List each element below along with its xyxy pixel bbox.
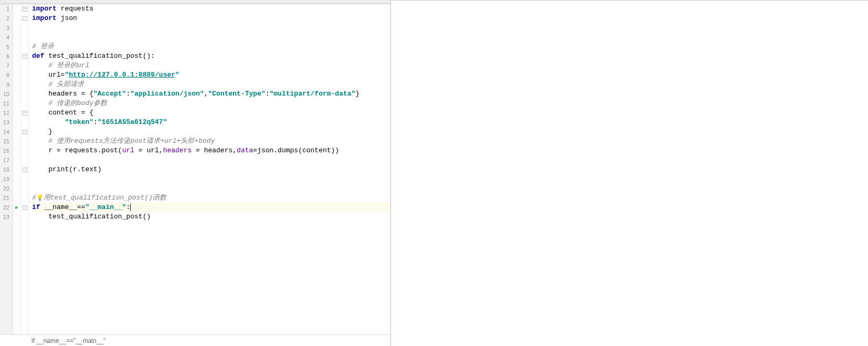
code-line[interactable]: content = {	[32, 108, 390, 118]
annotation-cell[interactable]	[13, 51, 20, 61]
fold-cell[interactable]	[21, 155, 28, 165]
line-number[interactable]: 20	[0, 184, 9, 193]
annotation-cell[interactable]	[13, 184, 20, 193]
fold-cell[interactable]	[21, 23, 28, 33]
annotation-cell[interactable]	[13, 80, 20, 89]
code-line[interactable]: url="http://127.0.0.1:8889/user"	[32, 70, 390, 80]
code-area[interactable]: 1234567891011121314151617181920212223 ▶ …	[0, 4, 390, 334]
code-line[interactable]: # 登录的url	[32, 61, 390, 70]
annotation-cell[interactable]	[13, 42, 20, 51]
fold-cell[interactable]	[21, 193, 28, 203]
fold-cell[interactable]	[21, 184, 28, 193]
line-number[interactable]: 21	[0, 193, 9, 203]
line-number[interactable]: 4	[0, 33, 9, 42]
fold-cell[interactable]	[21, 99, 28, 108]
code-line[interactable]: test_qualification_post()	[32, 212, 390, 222]
annotation-cell[interactable]	[13, 155, 20, 165]
line-number[interactable]: 6	[0, 51, 9, 61]
code-line[interactable]: headers = {"Accept":"application/json","…	[32, 89, 390, 99]
code-line[interactable]	[32, 23, 390, 33]
fold-toggle-icon[interactable]: −	[21, 4, 28, 14]
fold-toggle-icon[interactable]: −	[21, 108, 28, 118]
line-number[interactable]: 22	[0, 203, 9, 212]
annotation-cell[interactable]	[13, 108, 20, 118]
line-number[interactable]: 17	[0, 155, 9, 165]
annotation-cell[interactable]	[13, 127, 20, 137]
code-line[interactable]	[32, 184, 390, 193]
line-number[interactable]: 16	[0, 146, 9, 155]
line-number[interactable]: 10	[0, 89, 9, 99]
fold-toggle-icon[interactable]: −	[21, 127, 28, 137]
annotation-cell[interactable]	[13, 118, 20, 127]
code-line[interactable]: }	[32, 127, 390, 137]
fold-cell[interactable]	[21, 118, 28, 127]
code-line[interactable]: "token":"1651AS5a612q547"	[32, 118, 390, 127]
fold-toggle-icon[interactable]: −	[21, 51, 28, 61]
annotation-cell[interactable]	[13, 174, 20, 184]
right-editor-pane[interactable]	[391, 0, 868, 346]
line-number[interactable]: 15	[0, 137, 9, 146]
fold-cell[interactable]	[21, 70, 28, 80]
annotation-cell[interactable]	[13, 165, 20, 174]
line-number[interactable]: 11	[0, 99, 9, 108]
breadcrumb-bar[interactable]: if __name__=="__main__"	[0, 334, 390, 346]
fold-cell[interactable]	[21, 42, 28, 51]
annotation-cell[interactable]	[13, 4, 20, 14]
annotation-cell[interactable]	[13, 212, 20, 222]
fold-cell[interactable]	[21, 146, 28, 155]
code-line[interactable]: import requests	[32, 4, 390, 14]
code-line[interactable]	[32, 33, 390, 42]
annotation-cell[interactable]	[13, 99, 20, 108]
line-number[interactable]: 8	[0, 70, 9, 80]
tab-bar[interactable]	[0, 0, 390, 4]
line-number[interactable]: 9	[0, 80, 9, 89]
code-line[interactable]: # 登录	[32, 42, 390, 51]
annotation-cell[interactable]	[13, 146, 20, 155]
line-number[interactable]: 2	[0, 14, 9, 23]
run-marker-icon[interactable]: ▶	[13, 203, 20, 212]
fold-toggle-icon[interactable]: −	[21, 203, 28, 212]
line-number[interactable]: 19	[0, 174, 9, 184]
fold-toggle-icon[interactable]: −	[21, 14, 28, 23]
code-line[interactable]: #💡用test_qualification_post()函数	[32, 193, 390, 203]
fold-cell[interactable]	[21, 61, 28, 70]
folding-column[interactable]: −−−−−−−	[21, 4, 29, 334]
line-number[interactable]: 23	[0, 212, 9, 222]
line-number[interactable]: 14	[0, 127, 9, 137]
code-text-area[interactable]: import requestsimport json# 登录def test_q…	[29, 4, 390, 334]
annotation-cell[interactable]	[13, 14, 20, 23]
code-line[interactable]: # 传递的body参数	[32, 99, 390, 108]
fold-cell[interactable]	[21, 80, 28, 89]
fold-cell[interactable]	[21, 174, 28, 184]
fold-cell[interactable]	[21, 89, 28, 99]
annotation-cell[interactable]	[13, 89, 20, 99]
line-number-gutter[interactable]: 1234567891011121314151617181920212223	[0, 4, 13, 334]
fold-cell[interactable]	[21, 33, 28, 42]
line-number[interactable]: 7	[0, 61, 9, 70]
fold-cell[interactable]	[21, 137, 28, 146]
code-line[interactable]	[32, 174, 390, 184]
code-line[interactable]: print(r.text)	[32, 165, 390, 174]
line-number[interactable]: 5	[0, 42, 9, 51]
line-number[interactable]: 18	[0, 165, 9, 174]
line-number[interactable]: 3	[0, 23, 9, 33]
code-line[interactable]: if __name__=="__main__":	[32, 203, 390, 212]
code-line[interactable]	[32, 155, 390, 165]
line-number[interactable]: 13	[0, 118, 9, 127]
line-number[interactable]: 1	[0, 4, 9, 14]
intention-bulb-icon[interactable]: 💡	[36, 195, 44, 201]
code-line[interactable]: # 使用requests方法传递post请求+url+头部+body	[32, 137, 390, 146]
fold-cell[interactable]	[21, 212, 28, 222]
annotation-cell[interactable]	[13, 61, 20, 70]
code-line[interactable]: # 头部请求	[32, 80, 390, 89]
annotation-cell[interactable]	[13, 70, 20, 80]
annotation-cell[interactable]	[13, 33, 20, 42]
line-number[interactable]: 12	[0, 108, 9, 118]
code-line[interactable]: import json	[32, 14, 390, 23]
code-line[interactable]: r = requests.post(url = url,headers = he…	[32, 146, 390, 155]
annotation-cell[interactable]	[13, 137, 20, 146]
fold-toggle-icon[interactable]: −	[21, 165, 28, 174]
annotation-cell[interactable]	[13, 23, 20, 33]
annotation-cell[interactable]	[13, 193, 20, 203]
code-line[interactable]: def test_qualification_post():	[32, 51, 390, 61]
